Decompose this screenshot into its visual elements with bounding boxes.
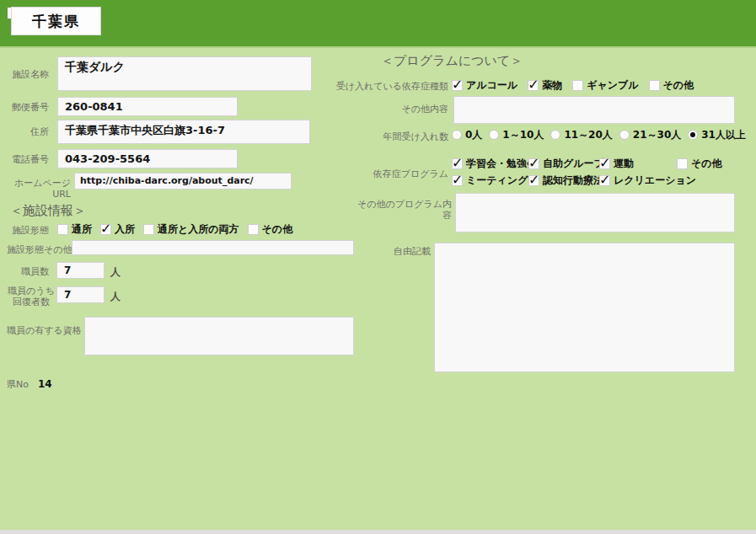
phone-field[interactable]: 043-209-5564 (57, 149, 238, 168)
checkbox-label: ギャンブル (587, 78, 638, 93)
radio-11-20[interactable]: 11～20人 (550, 128, 612, 142)
checkbox-icon[interactable] (677, 158, 688, 169)
checkbox-icon[interactable] (572, 80, 583, 91)
address-label: 住所 (0, 126, 49, 137)
recovered-staff-label-line2: 回復者数 (13, 296, 50, 307)
facility-info-heading: ＜施設情報＞ (10, 203, 86, 219)
radio-label: 1～10人 (502, 128, 544, 142)
homepage-url-field[interactable]: http://chiba-darc.org/about_darc/ (74, 173, 292, 190)
qualification-textarea[interactable] (84, 317, 354, 355)
checkbox-label: 認知行動療法 (543, 174, 603, 188)
other-content-field[interactable] (453, 96, 735, 124)
accepted-addictions-group: アルコール 薬物 ギャンブル その他 (452, 77, 694, 93)
checkbox-icon[interactable] (248, 224, 259, 235)
postal-code-label: 郵便番号 (0, 102, 49, 113)
facility-type-group: 通所 入所 通所と入所の両方 その他 (57, 222, 292, 237)
checkbox-label: 学習会・勉強会 (466, 157, 537, 171)
checkbox-nyusho[interactable]: 入所 (100, 222, 135, 237)
checkbox-icon[interactable] (528, 158, 539, 169)
header-bar (0, 0, 756, 48)
address-field[interactable]: 千葉県千葉市中央区白旗3-16-7 (57, 120, 310, 144)
program-other-textarea[interactable] (455, 193, 735, 232)
radio-icon[interactable] (688, 130, 698, 140)
radio-label: 11～20人 (564, 128, 612, 142)
facility-name-field[interactable]: 千葉ダルク (57, 56, 312, 91)
recovered-staff-label-line1: 職員のうち (8, 286, 55, 296)
accepted-addictions-label: 受け入れている依存症種類 (330, 81, 448, 92)
checkbox-icon[interactable] (649, 80, 660, 91)
form-page: 千葉県 施設名称 千葉ダルク 郵便番号 260-0841 住所 千葉県千葉市中央… (0, 0, 756, 534)
other-content-label: その他内容 (364, 104, 448, 115)
checkbox-label: レクリエーション (614, 174, 696, 188)
checkbox-study-group[interactable]: 学習会・勉強会 (452, 157, 537, 171)
checkbox-label: 薬物 (542, 78, 562, 93)
checkbox-label: 通所 (72, 222, 92, 237)
program-heading: ＜プログラムについて＞ (381, 53, 523, 69)
annual-intake-group: 0人 1～10人 11～20人 21～30人 31人以上 (452, 127, 746, 142)
checkbox-icon[interactable] (528, 175, 539, 186)
checkbox-icon[interactable] (599, 175, 610, 186)
prefecture-title: 千葉県 (11, 7, 101, 35)
radio-1-10[interactable]: 1～10人 (489, 128, 544, 142)
checkbox-label: 入所 (115, 222, 135, 237)
checkbox-label: その他 (691, 157, 722, 171)
checkbox-label: アルコール (466, 78, 517, 93)
recovered-staff-field[interactable]: 7 (56, 286, 105, 303)
checkbox-addiction-other[interactable]: その他 (649, 78, 694, 93)
facility-type-label: 施設形態 (0, 225, 49, 236)
recovered-staff-unit: 人 (110, 290, 121, 304)
staff-count-unit: 人 (110, 265, 121, 280)
checkbox-icon[interactable] (452, 175, 463, 186)
pref-no-label: 県No (7, 379, 29, 390)
homepage-url-label: ホームページURL (0, 178, 71, 200)
checkbox-both[interactable]: 通所と入所の両方 (143, 222, 239, 237)
free-entry-textarea[interactable] (434, 243, 735, 372)
checkbox-tsusho[interactable]: 通所 (57, 222, 92, 237)
checkbox-icon[interactable] (143, 224, 154, 235)
checkbox-self-help-group[interactable]: 自助グループ (528, 157, 604, 171)
pref-no-value: 14 (38, 378, 52, 390)
radio-31-plus[interactable]: 31人以上 (688, 128, 746, 142)
checkbox-icon[interactable] (452, 158, 463, 169)
radio-label: 31人以上 (701, 128, 746, 142)
window-bottom-edge (0, 530, 756, 534)
addiction-programs-label: 依存症プログラム (364, 168, 448, 179)
staff-count-label: 職員数 (0, 266, 49, 277)
checkbox-icon[interactable] (528, 80, 539, 91)
phone-label: 電話番号 (0, 154, 49, 165)
checkbox-type-other[interactable]: その他 (248, 222, 293, 237)
checkbox-drugs[interactable]: 薬物 (528, 78, 562, 93)
radio-icon[interactable] (489, 130, 499, 140)
facility-type-other-field[interactable] (72, 240, 354, 255)
facility-name-label: 施設名称 (0, 69, 49, 80)
checkbox-label: 自助グループ (543, 157, 604, 171)
checkbox-meeting[interactable]: ミーティング (452, 174, 528, 188)
radio-icon[interactable] (452, 130, 462, 140)
checkbox-icon[interactable] (452, 80, 463, 91)
checkbox-label: 通所と入所の両方 (158, 222, 239, 237)
checkbox-exercise[interactable]: 運動 (599, 157, 634, 171)
checkbox-icon[interactable] (100, 224, 111, 235)
checkbox-cbt[interactable]: 認知行動療法 (528, 174, 603, 188)
checkbox-label: 運動 (614, 157, 634, 171)
facility-type-other-label: 施設形態その他 (7, 244, 72, 255)
radio-label: 21～30人 (633, 128, 681, 142)
checkbox-gambling[interactable]: ギャンブル (572, 78, 638, 93)
checkbox-icon[interactable] (57, 224, 68, 235)
checkbox-program-other[interactable]: その他 (677, 157, 722, 171)
checkbox-alcohol[interactable]: アルコール (452, 78, 517, 93)
radio-label: 0人 (465, 128, 482, 142)
recovered-staff-label: 職員のうち 回復者数 (7, 286, 56, 307)
radio-icon[interactable] (619, 130, 630, 140)
radio-icon[interactable] (550, 130, 560, 140)
qualification-label: 職員の有する資格 (7, 325, 82, 336)
checkbox-recreation[interactable]: レクリエーション (599, 174, 696, 188)
staff-count-field[interactable]: 7 (56, 262, 105, 279)
annual-intake-label: 年間受け入れ数 (364, 131, 448, 142)
radio-0[interactable]: 0人 (452, 128, 482, 142)
postal-code-field[interactable]: 260-0841 (57, 97, 238, 116)
checkbox-label: ミーティング (466, 174, 528, 188)
checkbox-label: その他 (663, 78, 694, 93)
checkbox-icon[interactable] (599, 158, 610, 169)
radio-21-30[interactable]: 21～30人 (619, 128, 681, 142)
